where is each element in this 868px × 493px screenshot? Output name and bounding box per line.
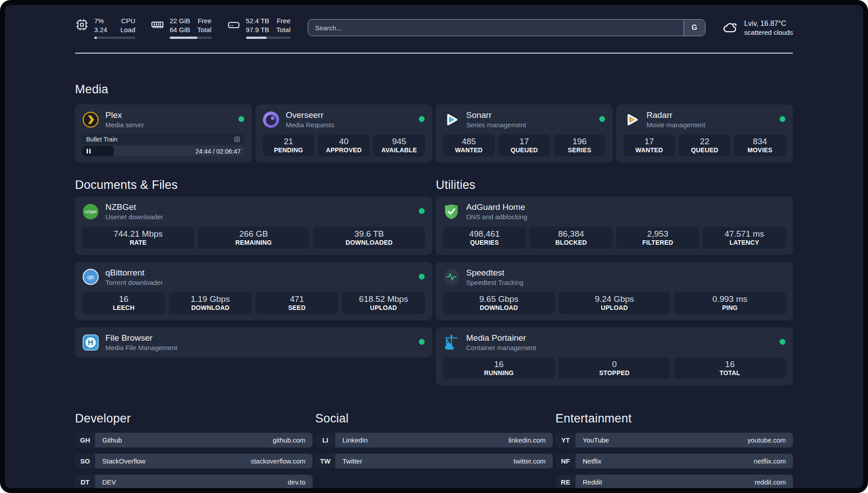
app-title: qBittorrent bbox=[105, 268, 163, 278]
search-input[interactable] bbox=[308, 20, 684, 36]
card-media-portainer[interactable]: Media PortainerContainer management16RUN… bbox=[436, 327, 793, 385]
stat-label: UPLOAD bbox=[560, 304, 669, 311]
stat-value: 22 bbox=[680, 137, 729, 146]
bookmark-name: Reddit bbox=[583, 478, 602, 486]
bookmark-name: Twitter bbox=[342, 457, 362, 465]
stat-value: 498,461 bbox=[445, 229, 524, 238]
stat-label: AVAILABLE bbox=[375, 146, 423, 154]
status-dot bbox=[780, 116, 785, 122]
stat-tile: 16TOTAL bbox=[674, 357, 786, 379]
bookmark-name: Netflix bbox=[583, 457, 601, 465]
radarr-icon bbox=[623, 111, 640, 128]
stat-tile: 266 GBREMAINING bbox=[198, 227, 310, 249]
stat-tile: 9.24 GbpsUPLOAD bbox=[559, 292, 671, 314]
bookmark-dev[interactable]: DTDEVdev.to bbox=[75, 475, 313, 488]
bookmark-abbr: GH bbox=[75, 433, 95, 447]
app-subtitle: Torrent downloader bbox=[105, 279, 163, 287]
ram-total-value: 64 GiB bbox=[170, 25, 190, 34]
card-plex[interactable]: PlexMedia serverBullet Train24:44 / 02:0… bbox=[75, 104, 252, 163]
stat-tile: 17WANTED bbox=[623, 134, 675, 156]
stat-tile: 498,461QUERIES bbox=[443, 227, 526, 249]
bookmark-abbr: SO bbox=[75, 454, 95, 468]
stat-label: LEECH bbox=[84, 304, 163, 311]
plex-icon bbox=[82, 111, 99, 128]
stat-value: 485 bbox=[445, 137, 493, 146]
playback-time: 24:44 / 02:06:47 bbox=[196, 148, 245, 155]
stat-tile: 485WANTED bbox=[443, 134, 495, 156]
status-dot bbox=[599, 116, 605, 122]
bookmark-url: github.com bbox=[273, 436, 305, 444]
stat-value: 16 bbox=[445, 359, 553, 369]
bookmark-stackoverflow[interactable]: SOStackOverflowstackoverflow.com bbox=[75, 454, 313, 468]
card-speedtest[interactable]: SpeedtestSpeedtest Tracking9.65 GbpsDOWN… bbox=[436, 262, 793, 320]
header-divider bbox=[75, 53, 793, 54]
bookmark-url: reddit.com bbox=[755, 478, 786, 486]
card-radarr[interactable]: RadarrMovie management17WANTED22QUEUED83… bbox=[616, 104, 793, 163]
cpu-usage-value: 7% bbox=[94, 17, 107, 25]
bookmark-reddit[interactable]: RERedditreddit.com bbox=[555, 475, 793, 488]
bookmark-name: LinkedIn bbox=[342, 436, 368, 444]
stat-tile: 17QUEUED bbox=[498, 134, 550, 156]
card-nzbget[interactable]: nzbgetNZBGetUsenet downloader744.21 Mbps… bbox=[75, 196, 432, 255]
stat-label: DOWNLOAD bbox=[445, 304, 553, 311]
middle-columns: Documents & FilesnzbgetNZBGetUsenet down… bbox=[75, 178, 793, 385]
section-title-social: Social bbox=[315, 411, 553, 426]
stat-label: DOWNLOADED bbox=[315, 239, 423, 246]
system-stats: 7% 3.24 CPU Load bbox=[75, 17, 291, 39]
sonarr-icon bbox=[443, 111, 460, 128]
bookmark-abbr: LI bbox=[315, 433, 335, 447]
stat-label: REMAINING bbox=[200, 239, 308, 246]
stat-label: WANTED bbox=[625, 146, 673, 154]
stat-value: 471 bbox=[257, 294, 337, 304]
now-playing-title-row: Bullet Train bbox=[82, 134, 245, 144]
card-qbittorrent[interactable]: qbqBittorrentTorrent downloader16LEECH1.… bbox=[75, 262, 432, 320]
stat-label: QUEUED bbox=[680, 146, 729, 154]
bookmark-github[interactable]: GHGithubgithub.com bbox=[75, 433, 313, 447]
stat-label: WANTED bbox=[445, 146, 493, 154]
stat-tile: 744.21 MbpsRATE bbox=[82, 227, 194, 249]
section-title-documents-files: Documents & Files bbox=[75, 178, 432, 192]
stat-tile: 1.19 GbpsDOWNLOAD bbox=[169, 292, 252, 314]
pause-icon bbox=[87, 149, 91, 154]
stat-label: RATE bbox=[84, 239, 192, 246]
card-file-browser[interactable]: File BrowserMedia File Management bbox=[75, 327, 432, 358]
bookmark-linkedin[interactable]: LILinkedInlinkedin.com bbox=[315, 433, 553, 447]
stat-label: SEED bbox=[257, 304, 337, 311]
search-engine-button[interactable]: G bbox=[684, 20, 705, 36]
section-utilities: UtilitiesAdGuard HomeDNS and adblocking4… bbox=[436, 178, 793, 385]
stat-label: SERIES bbox=[555, 146, 604, 154]
bookmark-youtube[interactable]: YTYouTubeyoutube.com bbox=[555, 433, 793, 447]
status-dot bbox=[238, 116, 244, 122]
app-subtitle: DNS and adblocking bbox=[466, 213, 527, 221]
cpu-usage-label: CPU bbox=[121, 17, 135, 25]
app-title: NZBGet bbox=[105, 202, 163, 212]
stat-value: 0 bbox=[560, 359, 669, 369]
bookmark-name: YouTube bbox=[583, 436, 609, 444]
qbittorrent-icon: qb bbox=[82, 268, 99, 285]
window-frame: 7% 3.24 CPU Load bbox=[0, 0, 868, 493]
stat-label: APPROVED bbox=[320, 146, 368, 154]
stat-label: MOVIES bbox=[736, 146, 784, 154]
app-title: File Browser bbox=[105, 333, 177, 343]
filebrowser-icon bbox=[82, 334, 99, 351]
bookmark-abbr: YT bbox=[555, 433, 576, 447]
bookmark-url: netflix.com bbox=[754, 457, 786, 465]
stat-value: 16 bbox=[84, 294, 163, 304]
stat-value: 39.6 TB bbox=[315, 229, 423, 238]
card-sonarr[interactable]: SonarrSeries management485WANTED17QUEUED… bbox=[436, 104, 613, 163]
nzbget-icon: nzbget bbox=[82, 203, 99, 220]
bookmark-twitter[interactable]: TWTwittertwitter.com bbox=[315, 454, 553, 468]
ram-icon bbox=[150, 18, 164, 32]
stat-tile: 39.6 TBDOWNLOADED bbox=[313, 227, 425, 249]
stat-value: 9.65 Gbps bbox=[445, 294, 553, 304]
weather-widget: Lviv, 16.87°C scattered clouds bbox=[722, 19, 793, 37]
cpu-progress-bar bbox=[94, 37, 135, 39]
bookmark-name: DEV bbox=[102, 478, 116, 486]
section-title-developer: Developer bbox=[75, 411, 313, 426]
card-overseerr[interactable]: OverseerrMedia Requests21PENDING40APPROV… bbox=[255, 104, 432, 163]
card-adguard-home[interactable]: AdGuard HomeDNS and adblocking498,461QUE… bbox=[436, 196, 793, 255]
bookmarks-social: SocialLILinkedInlinkedin.comTWTwittertwi… bbox=[315, 411, 553, 468]
stat-value: 86,384 bbox=[531, 229, 611, 238]
bookmark-netflix[interactable]: NFNetflixnetflix.com bbox=[555, 454, 793, 468]
bookmark-name: StackOverflow bbox=[102, 457, 146, 465]
